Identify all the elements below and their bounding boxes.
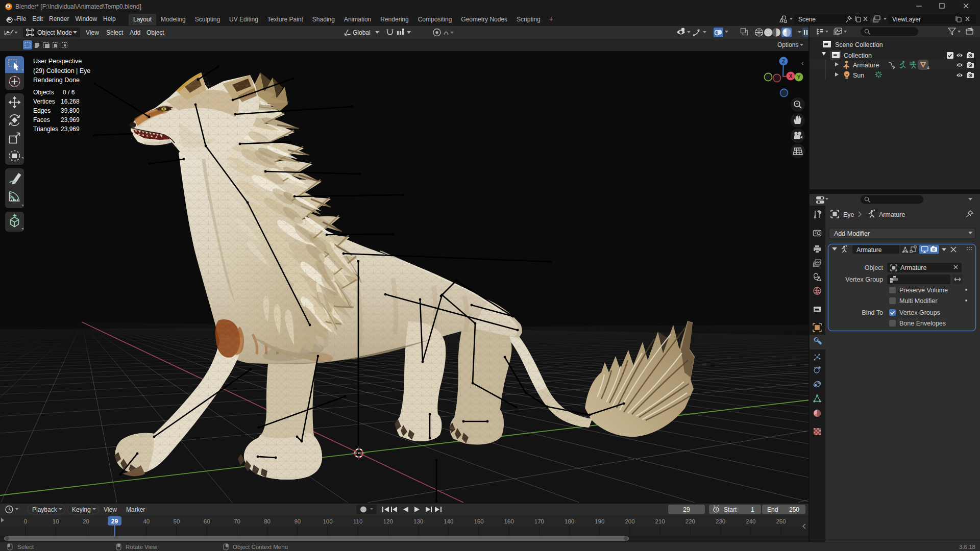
- svg-text:Scene Collection: Scene Collection: [835, 41, 883, 48]
- svg-text:Vertex Group: Vertex Group: [845, 276, 883, 283]
- svg-text:10: 10: [53, 518, 59, 524]
- svg-text:Bone Envelopes: Bone Envelopes: [899, 320, 946, 327]
- svg-text:Bind To: Bind To: [862, 309, 884, 316]
- svg-text:Start: Start: [724, 506, 737, 513]
- svg-text:X: X: [789, 73, 793, 79]
- svg-text:Z: Z: [782, 59, 785, 64]
- svg-text:250: 250: [789, 506, 799, 513]
- svg-text:40: 40: [143, 518, 150, 524]
- svg-text:End: End: [767, 506, 778, 513]
- svg-text:Armature: Armature: [879, 211, 905, 218]
- svg-text:Options: Options: [777, 41, 798, 48]
- svg-text:Object Context Menu: Object Context Menu: [233, 544, 288, 550]
- svg-text:150: 150: [474, 518, 483, 524]
- svg-text:1: 1: [751, 506, 754, 513]
- svg-text:80: 80: [264, 518, 271, 524]
- svg-text:240: 240: [746, 518, 755, 524]
- svg-text:100: 100: [323, 518, 332, 524]
- svg-text:20: 20: [83, 518, 89, 524]
- svg-text:140: 140: [444, 518, 453, 524]
- svg-text:Global: Global: [353, 29, 371, 36]
- svg-text:Select: Select: [106, 29, 124, 36]
- svg-text:Keying: Keying: [72, 506, 91, 513]
- svg-text:210: 210: [655, 518, 665, 524]
- svg-text:Object: Object: [146, 29, 164, 36]
- svg-text:120: 120: [383, 518, 393, 524]
- svg-text:Collection: Collection: [844, 52, 872, 59]
- svg-text:0: 0: [24, 518, 27, 524]
- svg-text:60: 60: [204, 518, 210, 524]
- svg-text:Armature: Armature: [900, 264, 926, 271]
- svg-text:50: 50: [174, 518, 180, 524]
- svg-text:230: 230: [716, 518, 725, 524]
- svg-text:Blender* [F:\Individual\Animat: Blender* [F:\Individual\Animated\Temp0.b…: [15, 3, 141, 10]
- svg-text:Object: Object: [865, 264, 884, 271]
- svg-text:Multi Modifier: Multi Modifier: [899, 297, 937, 305]
- svg-text:Preserve Volume: Preserve Volume: [899, 287, 948, 294]
- svg-text:190: 190: [595, 518, 604, 524]
- svg-text:250: 250: [776, 518, 786, 524]
- svg-text:90: 90: [294, 518, 301, 524]
- svg-text:130: 130: [413, 518, 423, 524]
- svg-text:200: 200: [625, 518, 634, 524]
- svg-text:180: 180: [565, 518, 574, 524]
- svg-text:Marker: Marker: [126, 506, 145, 513]
- svg-text:110: 110: [353, 518, 362, 524]
- svg-text:Armature: Armature: [856, 246, 882, 254]
- svg-text:29: 29: [111, 518, 118, 525]
- svg-text:220: 220: [685, 518, 695, 524]
- svg-text:Add Modifier: Add Modifier: [834, 230, 870, 237]
- svg-text:Eye: Eye: [843, 211, 854, 218]
- svg-text:Playback: Playback: [32, 506, 58, 513]
- svg-text:View: View: [86, 29, 99, 36]
- svg-text:Object Mode: Object Mode: [37, 29, 72, 36]
- svg-text:3.6.18: 3.6.18: [959, 544, 975, 550]
- svg-text:ViewLayer: ViewLayer: [892, 16, 921, 23]
- svg-text:Rotate View: Rotate View: [126, 544, 157, 550]
- svg-text:70: 70: [234, 518, 240, 524]
- svg-text:160: 160: [504, 518, 514, 524]
- svg-text:Vertex Groups: Vertex Groups: [899, 309, 940, 316]
- svg-text:Add: Add: [130, 29, 140, 36]
- svg-text:Sun: Sun: [853, 72, 864, 79]
- svg-text:Select: Select: [17, 544, 34, 550]
- svg-text:Scene: Scene: [798, 16, 816, 23]
- svg-text:Y: Y: [797, 74, 801, 80]
- svg-text:View: View: [104, 506, 117, 513]
- svg-text:29: 29: [683, 506, 690, 513]
- svg-text:170: 170: [534, 518, 544, 524]
- svg-text:Armature: Armature: [853, 62, 879, 69]
- svg-text:4: 4: [927, 65, 929, 70]
